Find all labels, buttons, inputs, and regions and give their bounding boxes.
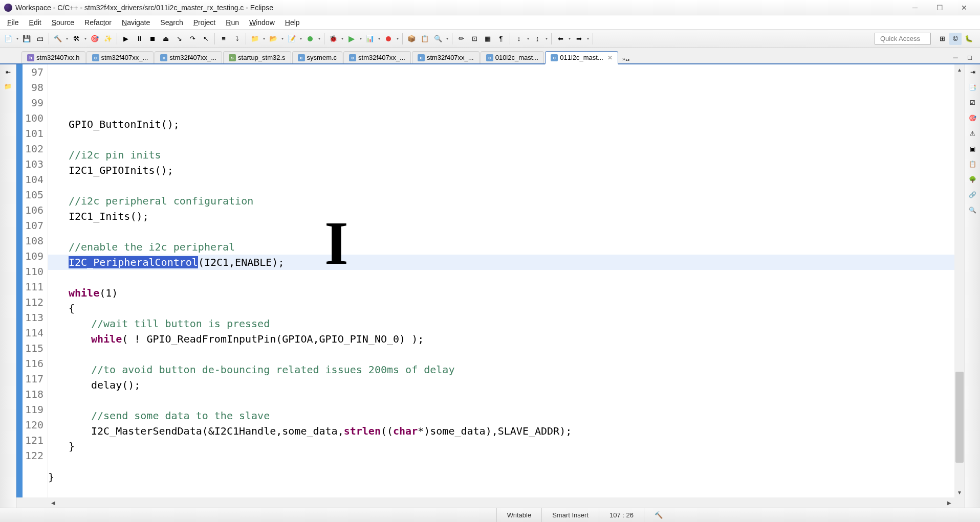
toggle-ws-icon[interactable]: ⊡	[468, 33, 481, 45]
prev-annotation-icon[interactable]: ↨	[531, 33, 543, 45]
menu-edit[interactable]: Edit	[24, 16, 47, 29]
pause-icon[interactable]: ⏸	[133, 33, 145, 45]
toggle-block-icon[interactable]: ▦	[482, 33, 494, 45]
new-cproject-icon[interactable]: 📁	[249, 33, 261, 45]
code-line[interactable]	[48, 485, 954, 497]
resume-icon[interactable]: ▶	[120, 33, 132, 45]
build-all-dropdown[interactable]: ▾	[83, 36, 88, 41]
menu-source[interactable]: Source	[47, 16, 79, 29]
save-all-button[interactable]: 🗃	[34, 33, 46, 45]
dd4[interactable]: ▾	[317, 36, 321, 41]
minimize-button[interactable]: ─	[907, 3, 923, 13]
code-line[interactable]	[48, 224, 954, 239]
toggle-mark-icon[interactable]: ✏	[455, 33, 467, 45]
toggle-breakpoint-icon[interactable]: ≡	[217, 33, 230, 45]
code-line[interactable]: I2C_MasterSendData(&I2C1Handle,some_data…	[48, 423, 954, 439]
code-line[interactable]	[48, 454, 954, 469]
tab-overflow-button[interactable]: »₁₃	[619, 55, 633, 63]
menu-search[interactable]: Search	[155, 16, 188, 29]
code-line[interactable]: GPIO_ButtonInit();	[48, 117, 954, 132]
build-targets-icon[interactable]: 🎯	[968, 114, 977, 123]
profile-button[interactable]: 📊	[364, 33, 376, 45]
new-button[interactable]: 📄	[2, 33, 14, 45]
maximize-view-icon[interactable]: □	[964, 51, 976, 63]
new-source-icon[interactable]: 📝	[286, 33, 298, 45]
code-line[interactable]	[48, 178, 954, 193]
build-button[interactable]: 🔨	[52, 33, 64, 45]
code-line[interactable]	[48, 132, 954, 147]
open-task-icon[interactable]: 📋	[419, 33, 431, 45]
new-dropdown[interactable]: ▾	[15, 36, 19, 41]
status-build-icon[interactable]: 🔨	[644, 508, 673, 522]
dd7[interactable]: ▾	[377, 36, 381, 41]
code-line[interactable]	[48, 347, 954, 362]
code-line[interactable]: }	[48, 439, 954, 454]
line-number-ruler[interactable]: 9798991001011021031041051061071081091101…	[23, 64, 48, 497]
open-perspective-icon[interactable]: ⊞	[936, 33, 948, 45]
dd13[interactable]: ▾	[586, 36, 590, 41]
cpp-perspective-icon[interactable]: ©	[949, 33, 962, 45]
menu-window[interactable]: Window	[244, 16, 280, 29]
editor-tab[interactable]: cstm32f407xx_...	[155, 51, 222, 63]
editor-tab[interactable]: cstm32f407xx_...	[412, 51, 480, 63]
skip-breakpoints-icon[interactable]: ⤵	[231, 33, 243, 45]
step-into-icon[interactable]: ↘	[173, 33, 185, 45]
code-line[interactable]: //send some data to the slave	[48, 408, 954, 423]
properties-icon[interactable]: 📋	[968, 160, 977, 169]
scroll-thumb[interactable]	[955, 372, 964, 463]
ext-tools-button[interactable]	[382, 33, 395, 45]
step-return-icon[interactable]: ↖	[200, 33, 212, 45]
menu-navigate[interactable]: Navigate	[117, 16, 155, 29]
horizontal-scrollbar[interactable]: ◀ ▶	[16, 497, 965, 508]
save-button[interactable]: 💾	[20, 33, 33, 45]
back-button[interactable]: ⬅	[554, 33, 567, 45]
build-all-button[interactable]: 🛠	[70, 33, 82, 45]
outline-icon[interactable]: 📑	[968, 83, 977, 92]
code-line[interactable]: //wait till button is pressed	[48, 316, 954, 331]
search-icon[interactable]: 🔍	[432, 33, 444, 45]
step-over-icon[interactable]: ↷	[186, 33, 199, 45]
code-line[interactable]: }	[48, 469, 954, 485]
menu-help[interactable]: Help	[280, 16, 305, 29]
code-line[interactable]: while( ! GPIO_ReadFromInputPin(GPIOA,GPI…	[48, 331, 954, 347]
vertical-scrollbar[interactable]: ▲ ▼	[954, 64, 965, 497]
tasks-icon[interactable]: ☑	[968, 98, 977, 107]
debug-perspective-icon[interactable]: 🐛	[963, 33, 975, 45]
dd9[interactable]: ▾	[445, 36, 449, 41]
editor-tab[interactable]: sstartup_stm32.s	[223, 51, 291, 63]
minimize-view-icon[interactable]: ─	[949, 51, 962, 63]
scroll-right-icon[interactable]: ▶	[944, 497, 954, 508]
restore-left-icon[interactable]: ⇤	[4, 67, 13, 77]
code-line[interactable]: //i2c peripheral configuration	[48, 193, 954, 209]
scroll-up-icon[interactable]: ▲	[954, 64, 965, 75]
code-line[interactable]	[48, 393, 954, 408]
new-folder-icon[interactable]: 📂	[267, 33, 279, 45]
dd5[interactable]: ▾	[340, 36, 344, 41]
editor-tab[interactable]: cstm32f407xx_...	[86, 51, 154, 63]
open-type-icon[interactable]: 📦	[405, 33, 418, 45]
hscroll-track[interactable]	[58, 497, 944, 508]
code-line[interactable]: //to avoid button de-bouncing related is…	[48, 362, 954, 377]
menu-refactor[interactable]: Refactor	[79, 16, 117, 29]
debug-button[interactable]: 🐞	[327, 33, 339, 45]
scroll-track[interactable]	[954, 75, 965, 487]
menu-run[interactable]: Run	[221, 16, 244, 29]
editor-tab[interactable]: c011i2c_mast...✕	[545, 51, 618, 64]
console-icon[interactable]: ▣	[968, 144, 977, 153]
dd1[interactable]: ▾	[262, 36, 266, 41]
close-button[interactable]: ✕	[956, 3, 972, 13]
code-line[interactable]: //enable the i2c peripheral	[48, 239, 954, 255]
code-line[interactable]: while(1)	[48, 285, 954, 301]
disconnect-icon[interactable]: ⏏	[160, 33, 172, 45]
dd11[interactable]: ▾	[545, 36, 549, 41]
code-line[interactable]: I2C1_GPIOInits();	[48, 163, 954, 178]
dd3[interactable]: ▾	[299, 36, 303, 41]
code-area[interactable]: I GPIO_ButtonInit();//i2c pin initsI2C1_…	[48, 64, 954, 497]
maximize-button[interactable]: ☐	[932, 3, 947, 13]
dd6[interactable]: ▾	[359, 36, 363, 41]
search-view-icon[interactable]: 🔍	[968, 206, 977, 215]
dd2[interactable]: ▾	[280, 36, 285, 41]
build-dropdown[interactable]: ▾	[65, 36, 69, 41]
dd8[interactable]: ▾	[396, 36, 400, 41]
code-line[interactable]: {	[48, 301, 954, 316]
